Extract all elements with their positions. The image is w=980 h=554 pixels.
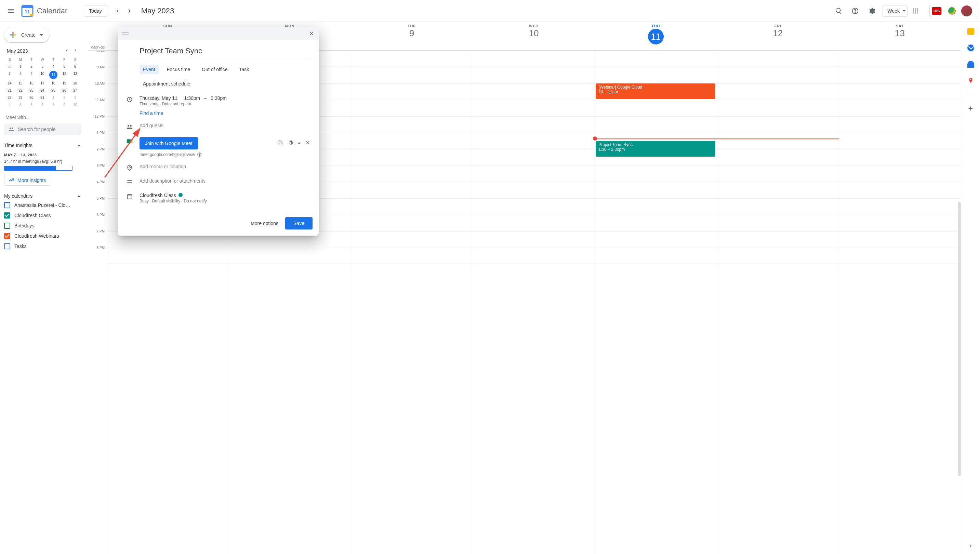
event-date[interactable]: Thursday, May 11	[140, 96, 177, 101]
my-calendars-toggle[interactable]: My calendars	[4, 193, 81, 199]
vertical-scrollbar[interactable]	[958, 53, 961, 551]
mini-cal-day[interactable]: 23	[26, 87, 37, 94]
join-meet-button[interactable]: Join with Google Meet	[140, 137, 198, 150]
mini-cal-day[interactable]: 21	[4, 87, 15, 94]
day-header[interactable]: TUE9	[351, 22, 473, 50]
mini-cal-day[interactable]: 15	[15, 80, 26, 87]
app-logo[interactable]: 11 Calendar	[21, 4, 67, 18]
event-calendar-name[interactable]: Cloudfresh Class	[140, 193, 176, 198]
meet-settings-button[interactable]	[287, 140, 293, 147]
mini-cal-prev[interactable]	[64, 48, 69, 54]
mini-calendar[interactable]: SMTWTFS301234567891011121314151617181920…	[4, 56, 81, 108]
remove-meet-button[interactable]	[305, 140, 310, 147]
tasks-icon[interactable]	[967, 45, 974, 51]
day-header[interactable]: FRI12	[717, 22, 839, 50]
mini-cal-day[interactable]: 3	[70, 94, 81, 101]
mini-cal-day[interactable]: 29	[15, 94, 26, 101]
event-time-sub[interactable]: Time zone · Does not repeat	[140, 102, 310, 107]
event-type-tab[interactable]: Task	[236, 65, 253, 74]
mini-cal-day[interactable]: 4	[48, 63, 59, 70]
day-column[interactable]: [Webinar] Google Cloud10 – 11amProject T…	[595, 51, 717, 554]
mini-cal-day[interactable]: 1	[48, 94, 59, 101]
copy-meet-link-button[interactable]	[277, 140, 283, 147]
event-availability[interactable]: Busy · Default visibility · Do not notif…	[140, 199, 310, 204]
mini-cal-day[interactable]: 20	[70, 80, 81, 87]
calendar-list-item[interactable]: Cloudfresh Class	[4, 212, 81, 218]
day-column[interactable]	[717, 51, 839, 554]
mini-cal-day[interactable]: 10	[37, 70, 48, 80]
scrollbar-thumb[interactable]	[958, 202, 961, 476]
mini-cal-day[interactable]: 6	[26, 101, 37, 108]
mini-cal-day[interactable]: 9	[26, 70, 37, 80]
mini-cal-day[interactable]: 22	[15, 87, 26, 94]
support-button[interactable]	[847, 3, 864, 19]
account-switcher[interactable]: UIS ·	[929, 4, 977, 18]
mini-cal-day[interactable]: 28	[4, 94, 15, 101]
mini-cal-day[interactable]: 1	[15, 63, 26, 70]
calendar-checkbox[interactable]	[4, 223, 10, 229]
find-a-time-link[interactable]: Find a time	[140, 110, 310, 116]
mini-cal-day[interactable]: 6	[70, 63, 81, 70]
event-end-time[interactable]: 2:30pm	[211, 96, 227, 101]
mini-cal-day[interactable]: 11	[49, 71, 57, 79]
mini-cal-day[interactable]: 24	[37, 87, 48, 94]
mini-cal-day[interactable]: 5	[59, 63, 70, 70]
calendar-checkbox[interactable]	[4, 202, 10, 208]
day-header[interactable]: WED10	[473, 22, 595, 50]
mini-cal-day[interactable]: 7	[37, 101, 48, 108]
mini-cal-day[interactable]: 26	[59, 87, 70, 94]
day-header[interactable]: THU11	[595, 22, 717, 50]
calendar-list-item[interactable]: Anastasiia Puzerei - Cloud…	[4, 202, 81, 208]
day-column[interactable]	[473, 51, 595, 554]
calendar-checkbox[interactable]	[4, 212, 10, 218]
mini-cal-next[interactable]	[73, 48, 78, 54]
help-icon[interactable]	[197, 152, 202, 157]
mini-cal-day[interactable]: 9	[59, 101, 70, 108]
mini-cal-day[interactable]: 30	[26, 94, 37, 101]
calendar-checkbox[interactable]	[4, 243, 10, 249]
save-button[interactable]: Save	[285, 217, 313, 229]
mini-cal-day[interactable]: 31	[37, 94, 48, 101]
event-type-tab[interactable]: Event	[140, 65, 159, 74]
main-menu-button[interactable]	[3, 3, 19, 19]
calendar-list-item[interactable]: Birthdays	[4, 223, 81, 229]
event-type-tab[interactable]: Out of office	[198, 65, 231, 74]
create-button[interactable]: Create	[4, 27, 49, 42]
mini-cal-day[interactable]: 4	[4, 101, 15, 108]
add-guests-input[interactable]: Add guests	[140, 123, 310, 128]
drag-handle-icon[interactable]	[122, 32, 129, 36]
view-switcher[interactable]: Week	[883, 5, 908, 17]
mini-cal-day[interactable]: 17	[37, 80, 48, 87]
day-header[interactable]: SAT13	[839, 22, 961, 50]
next-week-button[interactable]	[123, 5, 136, 17]
add-description-input[interactable]: Add description or attachments	[140, 178, 310, 184]
mini-cal-day[interactable]: 30	[4, 63, 15, 70]
event-start-time[interactable]: 1:30pm	[184, 96, 200, 101]
calendar-event[interactable]: Project Team Sync1:30 – 2:30pm	[596, 141, 715, 157]
event-type-tab[interactable]: Appointment schedule	[140, 79, 194, 89]
keep-icon[interactable]	[967, 28, 974, 35]
mini-cal-day[interactable]: 14	[4, 80, 15, 87]
collapse-side-panel-button[interactable]	[968, 543, 974, 550]
close-popup-button[interactable]	[309, 30, 315, 38]
more-insights-button[interactable]: More insights	[4, 175, 50, 186]
user-avatar[interactable]	[961, 5, 972, 16]
mini-cal-day[interactable]: 12	[59, 70, 70, 80]
mini-cal-day[interactable]: 5	[15, 101, 26, 108]
day-column[interactable]	[351, 51, 473, 554]
mini-cal-day[interactable]: 16	[26, 80, 37, 87]
calendar-checkbox[interactable]	[4, 233, 10, 239]
calendar-list-item[interactable]: Cloudfresh Webinars	[4, 233, 81, 239]
calendar-list-item[interactable]: Tasks	[4, 243, 81, 249]
maps-icon[interactable]	[967, 77, 974, 84]
mini-cal-day[interactable]: 19	[59, 80, 70, 87]
mini-cal-day[interactable]: 27	[70, 87, 81, 94]
mini-cal-day[interactable]: 13	[70, 70, 81, 80]
mini-cal-day[interactable]: 8	[15, 70, 26, 80]
add-addon-button[interactable]: +	[968, 103, 973, 113]
event-title-input[interactable]: Project Team Sync	[126, 45, 310, 59]
mini-cal-day[interactable]: 18	[48, 80, 59, 87]
mini-cal-day[interactable]: 2	[59, 94, 70, 101]
today-button[interactable]: Today	[84, 5, 107, 17]
event-type-tab[interactable]: Focus time	[164, 65, 194, 74]
